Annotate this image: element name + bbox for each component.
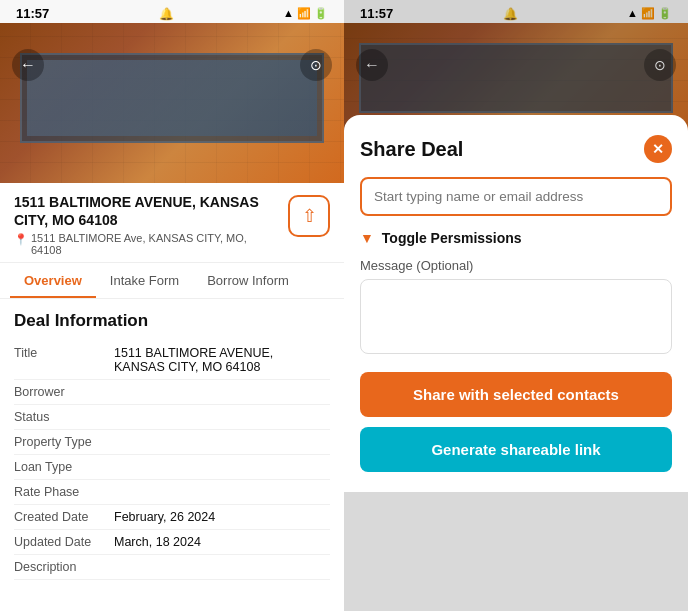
info-label: Status <box>14 410 104 424</box>
modal-title: Share Deal <box>360 138 463 161</box>
status-bar-left: 11:57 🔔 ▲ 📶 🔋 <box>0 0 344 23</box>
info-label: Updated Date <box>14 535 104 549</box>
info-label: Rate Phase <box>14 485 104 499</box>
tab-intake-form[interactable]: Intake Form <box>96 263 193 298</box>
tab-borrow-info[interactable]: Borrow Inform <box>193 263 303 298</box>
tabs-bar: Overview Intake Form Borrow Inform <box>0 263 344 299</box>
table-row: Description <box>14 555 330 580</box>
table-row: Borrower <box>14 380 330 405</box>
modal-overlay: Share Deal ✕ ▼ Toggle Persmissions Messa… <box>344 0 688 611</box>
close-modal-button[interactable]: ✕ <box>644 135 672 163</box>
created-date-value: February, 26 2024 <box>114 510 215 524</box>
modal-header: Share Deal ✕ <box>360 135 672 163</box>
notification-icon: 🔔 <box>159 7 174 21</box>
info-label: Borrower <box>14 385 104 399</box>
table-row: Loan Type <box>14 455 330 480</box>
share-deal-modal: Share Deal ✕ ▼ Toggle Persmissions Messa… <box>344 115 688 492</box>
table-row: Created Date February, 26 2024 <box>14 505 330 530</box>
message-label: Message (Optional) <box>360 258 672 273</box>
deal-info-title: Deal Information <box>14 311 330 331</box>
address-sub: 📍 1511 BALTIMORE Ave, KANSAS CITY, MO, 6… <box>14 232 278 256</box>
address-sub-text: 1511 BALTIMORE Ave, KANSAS CITY, MO, 641… <box>31 232 278 256</box>
left-panel: 11:57 🔔 ▲ 📶 🔋 ← ⊙ 1511 BALTIMORE AVENUE,… <box>0 0 344 611</box>
table-row: Rate Phase <box>14 480 330 505</box>
toggle-permissions-section[interactable]: ▼ Toggle Persmissions <box>360 230 672 246</box>
nav-bar-left: ← ⊙ <box>0 45 344 85</box>
pin-icon: 📍 <box>14 233 28 246</box>
table-row: Property Type <box>14 430 330 455</box>
message-textarea[interactable] <box>360 279 672 354</box>
updated-date-value: March, 18 2024 <box>114 535 201 549</box>
camera-button-left[interactable]: ⊙ <box>300 49 332 81</box>
info-label: Created Date <box>14 510 104 524</box>
table-row: Title 1511 BALTIMORE AVENUE,KANSAS CITY,… <box>14 341 330 380</box>
address-section: 1511 BALTIMORE AVENUE, KANSAS CITY, MO 6… <box>0 183 344 263</box>
chevron-down-icon: ▼ <box>360 230 374 246</box>
table-row: Updated Date March, 18 2024 <box>14 530 330 555</box>
toggle-permissions-label: Toggle Persmissions <box>382 230 522 246</box>
back-button-left[interactable]: ← <box>12 49 44 81</box>
info-label: Property Type <box>14 435 104 449</box>
info-label: Description <box>14 560 104 574</box>
generate-shareable-link-button[interactable]: Generate shareable link <box>360 427 672 472</box>
search-input[interactable] <box>360 177 672 216</box>
info-label: Title <box>14 346 104 374</box>
info-value: 1511 BALTIMORE AVENUE,KANSAS CITY, MO 64… <box>114 346 273 374</box>
address-text-block: 1511 BALTIMORE AVENUE, KANSAS CITY, MO 6… <box>14 193 278 256</box>
share-button[interactable]: ⇧ <box>288 195 330 237</box>
address-main: 1511 BALTIMORE AVENUE, KANSAS CITY, MO 6… <box>14 193 278 229</box>
right-panel: 11:57 🔔 ▲ 📶 🔋 ← ⊙ Share Deal ✕ ▼ Toggle … <box>344 0 688 611</box>
time-left: 11:57 <box>16 6 49 21</box>
status-icons-left: ▲ 📶 🔋 <box>283 7 328 20</box>
deal-info-section: Deal Information Title 1511 BALTIMORE AV… <box>0 299 344 611</box>
share-with-contacts-button[interactable]: Share with selected contacts <box>360 372 672 417</box>
info-label: Loan Type <box>14 460 104 474</box>
table-row: Status <box>14 405 330 430</box>
tab-overview[interactable]: Overview <box>10 263 96 298</box>
hero-image-left: ← ⊙ <box>0 23 344 183</box>
